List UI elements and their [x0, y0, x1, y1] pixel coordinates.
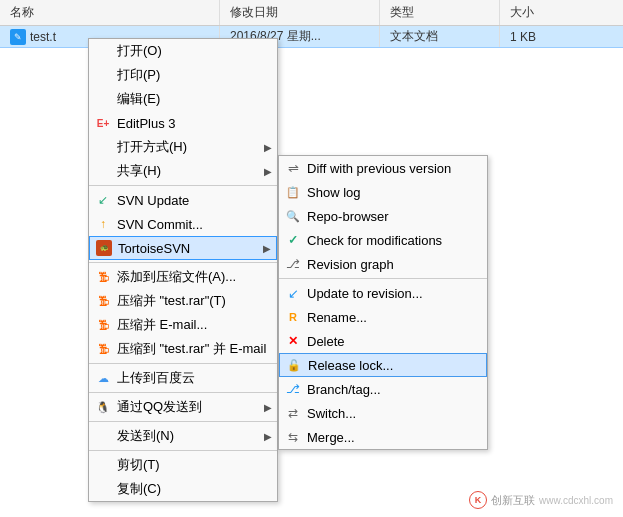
separator-1: [89, 185, 277, 186]
menu-print-label: 打印(P): [117, 66, 160, 84]
menu-add-zip[interactable]: 🗜 添加到压缩文件(A)...: [89, 265, 277, 289]
rename-icon: R: [285, 309, 301, 325]
menu-check-modifications[interactable]: ✓ Check for modifications: [279, 228, 487, 252]
arrow-icon: ▶: [263, 243, 271, 254]
menu-zip-email2-label: 压缩到 "test.rar" 并 E-mail: [117, 340, 266, 358]
menu-diff[interactable]: Diff with previous version: [279, 156, 487, 180]
menu-editplus[interactable]: E+ EditPlus 3: [89, 111, 277, 135]
menu-branch-label: Branch/tag...: [307, 382, 381, 397]
menu-print[interactable]: 打印(P): [89, 63, 277, 87]
menu-show-log-label: Show log: [307, 185, 360, 200]
menu-delete-label: Delete: [307, 334, 345, 349]
separator-2: [89, 262, 277, 263]
menu-delete[interactable]: ✕ Delete: [279, 329, 487, 353]
menu-show-log[interactable]: 📋 Show log: [279, 180, 487, 204]
menu-open-with[interactable]: 打开方式(H) ▶: [89, 135, 277, 159]
watermark-url: www.cdcxhl.com: [539, 495, 613, 506]
menu-tortoise[interactable]: 🐢 TortoiseSVN ▶: [89, 236, 277, 260]
menu-zip-test-label: 压缩并 "test.rar"(T): [117, 292, 226, 310]
col-size-header: 大小: [500, 0, 623, 25]
arrow-icon: ▶: [264, 431, 272, 442]
menu-share[interactable]: 共享(H) ▶: [89, 159, 277, 183]
file-icon: ✎: [10, 29, 26, 45]
update-icon: ↙: [285, 285, 301, 301]
menu-cut[interactable]: 剪切(T): [89, 453, 277, 477]
watermark: K 创新互联 www.cdcxhl.com: [469, 491, 613, 509]
arrow-icon: ▶: [264, 402, 272, 413]
col-type-header: 类型: [380, 0, 500, 25]
menu-zip-email2[interactable]: 🗜 压缩到 "test.rar" 并 E-mail: [89, 337, 277, 361]
menu-zip-email-label: 压缩并 E-mail...: [117, 316, 207, 334]
delete-icon: ✕: [285, 333, 301, 349]
separator-6: [89, 450, 277, 451]
baidu-icon: ☁: [95, 370, 111, 386]
lock-icon: 🔓: [286, 357, 302, 373]
zip3-icon: 🗜: [95, 317, 111, 333]
file-type-cell: 文本文档: [380, 26, 500, 47]
menu-svn-update[interactable]: ↙ SVN Update: [89, 188, 277, 212]
svn-commit-icon: ↑: [95, 216, 111, 232]
menu-tortoise-label: TortoiseSVN: [118, 241, 190, 256]
menu-revision-graph[interactable]: ⎇ Revision graph: [279, 252, 487, 276]
menu-cut-label: 剪切(T): [117, 456, 160, 474]
repo-icon: 🔍: [285, 208, 301, 224]
menu-diff-label: Diff with previous version: [307, 161, 451, 176]
menu-graph-label: Revision graph: [307, 257, 394, 272]
svn-update-icon: ↙: [95, 192, 111, 208]
menu-send-to-label: 发送到(N): [117, 427, 174, 445]
merge-icon: ⇆: [285, 429, 301, 445]
menu-switch-label: Switch...: [307, 406, 356, 421]
switch-icon: ⇄: [285, 405, 301, 421]
menu-share-label: 共享(H): [117, 162, 161, 180]
menu-repo-label: Repo-browser: [307, 209, 389, 224]
zip2-icon: 🗜: [95, 293, 111, 309]
menu-editplus-label: EditPlus 3: [117, 116, 176, 131]
menu-rename[interactable]: R Rename...: [279, 305, 487, 329]
menu-release-lock-label: Release lock...: [308, 358, 393, 373]
separator-4: [89, 392, 277, 393]
menu-copy[interactable]: 复制(C): [89, 477, 277, 501]
editplus-icon: E+: [95, 115, 111, 131]
qq-icon: 🐧: [95, 399, 111, 415]
menu-zip-email[interactable]: 🗜 压缩并 E-mail...: [89, 313, 277, 337]
col-date-header: 修改日期: [220, 0, 380, 25]
separator-5: [89, 421, 277, 422]
branch-icon: ⎇: [285, 381, 301, 397]
menu-rename-label: Rename...: [307, 310, 367, 325]
menu-repo-browser[interactable]: 🔍 Repo-browser: [279, 204, 487, 228]
svn-context-menu: Diff with previous version 📋 Show log 🔍 …: [278, 155, 488, 450]
diff-icon: [285, 160, 301, 176]
menu-check-label: Check for modifications: [307, 233, 442, 248]
menu-baidu[interactable]: ☁ 上传到百度云: [89, 366, 277, 390]
menu-edit[interactable]: 编辑(E): [89, 87, 277, 111]
menu-zip-test[interactable]: 🗜 压缩并 "test.rar"(T): [89, 289, 277, 313]
menu-branch-tag[interactable]: ⎇ Branch/tag...: [279, 377, 487, 401]
menu-copy-label: 复制(C): [117, 480, 161, 498]
menu-edit-label: 编辑(E): [117, 90, 160, 108]
graph-icon: ⎇: [285, 256, 301, 272]
menu-svn-commit[interactable]: ↑ SVN Commit...: [89, 212, 277, 236]
separator-3: [89, 363, 277, 364]
arrow-icon: ▶: [264, 166, 272, 177]
menu-merge[interactable]: ⇆ Merge...: [279, 425, 487, 449]
menu-open[interactable]: 打开(O): [89, 39, 277, 63]
menu-svn-commit-label: SVN Commit...: [117, 217, 203, 232]
menu-merge-label: Merge...: [307, 430, 355, 445]
svn-separator-1: [279, 278, 487, 279]
menu-baidu-label: 上传到百度云: [117, 369, 195, 387]
menu-send-to[interactable]: 发送到(N) ▶: [89, 424, 277, 448]
tortoise-icon: 🐢: [96, 240, 112, 256]
watermark-logo: K: [469, 491, 487, 509]
menu-open-with-label: 打开方式(H): [117, 138, 187, 156]
menu-update-revision[interactable]: ↙ Update to revision...: [279, 281, 487, 305]
zip-icon: 🗜: [95, 269, 111, 285]
menu-qq[interactable]: 🐧 通过QQ发送到 ▶: [89, 395, 277, 419]
primary-context-menu: 打开(O) 打印(P) 编辑(E) E+ EditPlus 3 打开方式(H) …: [88, 38, 278, 502]
menu-switch[interactable]: ⇄ Switch...: [279, 401, 487, 425]
menu-add-zip-label: 添加到压缩文件(A)...: [117, 268, 236, 286]
arrow-icon: ▶: [264, 142, 272, 153]
menu-release-lock[interactable]: 🔓 Release lock...: [279, 353, 487, 377]
explorer-header: 名称 修改日期 类型 大小: [0, 0, 623, 26]
menu-qq-label: 通过QQ发送到: [117, 398, 202, 416]
col-name-header: 名称: [0, 0, 220, 25]
